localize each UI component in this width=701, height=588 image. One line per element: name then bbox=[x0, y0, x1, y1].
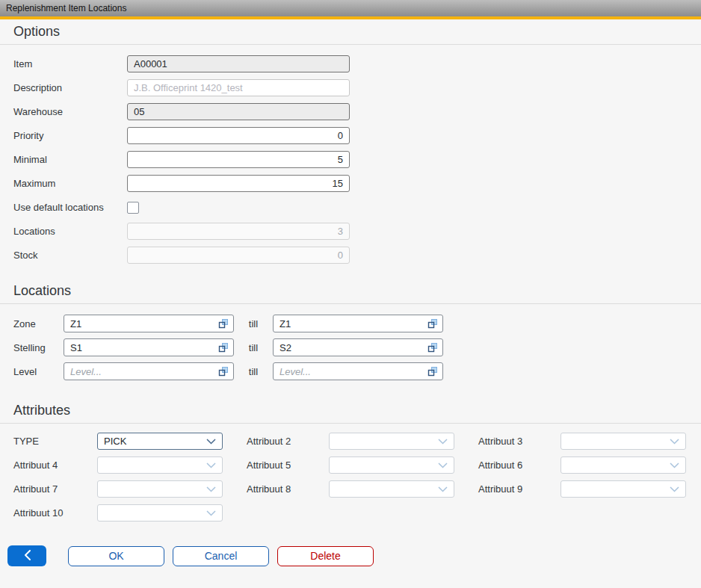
ok-button[interactable]: OK bbox=[68, 546, 164, 566]
minimal-input[interactable] bbox=[127, 151, 350, 168]
item-input bbox=[127, 55, 350, 72]
description-label: Description bbox=[13, 82, 127, 93]
maximum-row: Maximum bbox=[13, 175, 701, 192]
window-titlebar: Replenishment Item Locations bbox=[0, 0, 701, 16]
type-dropdown-value: PICK bbox=[104, 436, 126, 447]
description-row: Description bbox=[13, 79, 701, 96]
attribuut-2-pair: Attribuut 2 bbox=[247, 433, 454, 450]
attributes-section-header: Attributes bbox=[0, 398, 701, 424]
stelling-row: Stelling till bbox=[13, 338, 701, 356]
level-from-field bbox=[64, 362, 234, 380]
minimal-label: Minimal bbox=[13, 154, 127, 165]
attribuut-10-label: Attribuut 10 bbox=[13, 507, 97, 519]
item-label: Item bbox=[13, 58, 127, 69]
locations-count-row: Locations bbox=[13, 223, 701, 240]
locations-count-input bbox=[127, 223, 350, 240]
chevron-left-icon bbox=[24, 550, 31, 563]
level-from-input[interactable] bbox=[64, 362, 234, 380]
options-section-header: Options bbox=[0, 19, 701, 45]
attribuut-7-dropdown[interactable] bbox=[97, 480, 223, 498]
priority-row: Priority bbox=[13, 127, 701, 144]
type-pair: TYPE PICK bbox=[13, 433, 223, 450]
attribuut-10-dropdown[interactable] bbox=[97, 504, 223, 522]
attribuut-10-pair: Attribuut 10 bbox=[13, 504, 223, 522]
use-default-locations-row: Use default locations bbox=[13, 199, 701, 216]
stock-row: Stock bbox=[13, 247, 701, 264]
attribuut-3-label: Attribuut 3 bbox=[478, 436, 561, 447]
zone-from-input[interactable] bbox=[64, 315, 234, 332]
use-default-locations-checkbox[interactable] bbox=[127, 202, 139, 214]
attribuut-9-dropdown[interactable] bbox=[561, 480, 686, 498]
attribuut-8-label: Attribuut 8 bbox=[247, 483, 329, 495]
type-label: TYPE bbox=[13, 436, 97, 447]
minimal-row: Minimal bbox=[13, 151, 701, 168]
delete-button[interactable]: Delete bbox=[277, 546, 374, 566]
attribuut-3-dropdown[interactable] bbox=[561, 433, 686, 450]
attributes-row-4: Attribuut 10 bbox=[13, 504, 701, 522]
level-row: Level till bbox=[13, 362, 701, 380]
zone-row: Zone till bbox=[13, 315, 701, 332]
attribuut-8-dropdown[interactable] bbox=[329, 480, 454, 498]
value-help-icon[interactable] bbox=[427, 342, 438, 353]
zone-to-field bbox=[273, 315, 443, 332]
priority-input[interactable] bbox=[127, 127, 350, 144]
attribuut-9-label: Attribuut 9 bbox=[478, 483, 561, 495]
chevron-down-icon bbox=[206, 486, 216, 492]
value-help-icon[interactable] bbox=[218, 366, 229, 377]
attribuut-7-label: Attribuut 7 bbox=[13, 483, 97, 495]
stelling-from-input[interactable] bbox=[64, 338, 234, 356]
zone-label: Zone bbox=[13, 318, 64, 329]
stelling-till-label: till bbox=[234, 342, 273, 353]
maximum-input[interactable] bbox=[127, 175, 350, 192]
attribuut-4-pair: Attribuut 4 bbox=[13, 457, 223, 474]
attribuut-5-label: Attribuut 5 bbox=[247, 459, 329, 471]
zone-from-field bbox=[64, 315, 234, 332]
value-help-icon[interactable] bbox=[427, 366, 438, 377]
type-dropdown[interactable]: PICK bbox=[97, 433, 223, 450]
priority-label: Priority bbox=[13, 130, 127, 141]
stelling-from-field bbox=[64, 338, 234, 356]
value-help-icon[interactable] bbox=[218, 342, 229, 353]
level-till-label: till bbox=[234, 366, 273, 377]
chevron-down-icon bbox=[438, 486, 448, 492]
attributes-row-1: TYPE PICK Attribuut 2 Attribuut 3 bbox=[13, 433, 701, 450]
attribuut-4-label: Attribuut 4 bbox=[13, 459, 97, 471]
cancel-button[interactable]: Cancel bbox=[173, 546, 269, 566]
value-help-icon[interactable] bbox=[427, 318, 438, 329]
stock-label: Stock bbox=[13, 250, 127, 261]
attribuut-2-dropdown[interactable] bbox=[329, 433, 454, 450]
attribuut-9-pair: Attribuut 9 bbox=[478, 480, 686, 498]
description-input bbox=[127, 79, 350, 96]
attributes-form: TYPE PICK Attribuut 2 Attribuut 3 bbox=[0, 424, 701, 522]
attributes-row-3: Attribuut 7 Attribuut 8 Attribuut 9 bbox=[13, 480, 701, 498]
level-to-input[interactable] bbox=[273, 362, 443, 380]
stock-input bbox=[127, 247, 350, 264]
level-label: Level bbox=[13, 366, 64, 377]
attribuut-4-dropdown[interactable] bbox=[97, 457, 223, 474]
zone-to-input[interactable] bbox=[273, 315, 443, 332]
chevron-down-icon bbox=[206, 462, 216, 468]
warehouse-row: Warehouse bbox=[13, 103, 701, 120]
locations-count-label: Locations bbox=[13, 226, 127, 237]
stelling-to-input[interactable] bbox=[273, 338, 443, 356]
attribuut-5-dropdown[interactable] bbox=[329, 457, 454, 474]
warehouse-label: Warehouse bbox=[13, 106, 127, 117]
locations-form: Zone till Stelling till bbox=[0, 304, 701, 380]
chevron-down-icon bbox=[438, 462, 448, 468]
attribuut-5-pair: Attribuut 5 bbox=[247, 457, 454, 474]
zone-till-label: till bbox=[234, 318, 273, 329]
attribuut-3-pair: Attribuut 3 bbox=[478, 433, 686, 450]
item-row: Item bbox=[13, 55, 701, 72]
attributes-row-2: Attribuut 4 Attribuut 5 Attribuut 6 bbox=[13, 457, 701, 474]
value-help-icon[interactable] bbox=[218, 318, 229, 329]
chevron-down-icon bbox=[206, 439, 216, 445]
footer-toolbar: OK Cancel Delete bbox=[0, 545, 701, 566]
attribuut-6-dropdown[interactable] bbox=[561, 457, 686, 474]
locations-section-header: Locations bbox=[0, 279, 701, 304]
attribuut-8-pair: Attribuut 8 bbox=[247, 480, 454, 498]
back-button[interactable] bbox=[7, 545, 46, 566]
maximum-label: Maximum bbox=[13, 178, 127, 189]
attribuut-2-label: Attribuut 2 bbox=[247, 436, 329, 447]
chevron-down-icon bbox=[670, 462, 679, 468]
chevron-down-icon bbox=[670, 439, 679, 445]
